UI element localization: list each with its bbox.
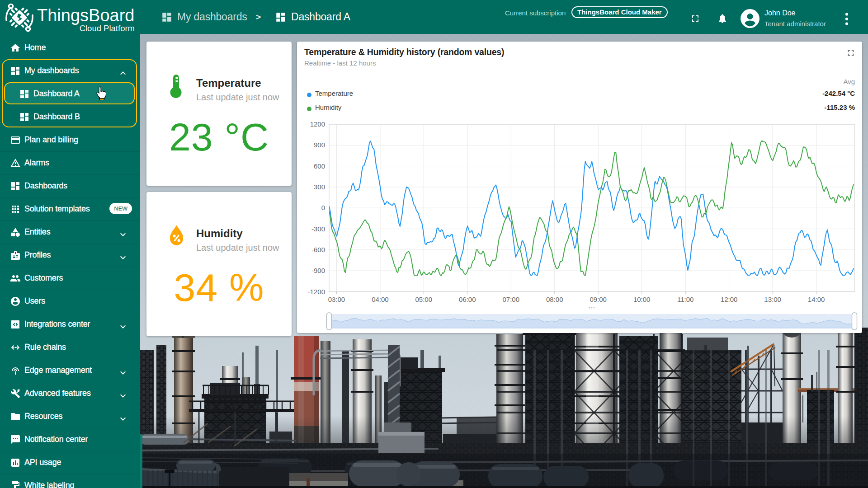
svg-text:14:00: 14:00: [808, 296, 825, 303]
svg-text:08:00: 08:00: [546, 296, 563, 303]
svg-text:05:00: 05:00: [415, 296, 433, 303]
svg-text:0: 0: [321, 204, 325, 211]
svg-text:-900: -900: [311, 267, 325, 274]
svg-text:1200: 1200: [310, 120, 325, 128]
svg-text:900: 900: [314, 141, 325, 149]
svg-text:-1200: -1200: [308, 288, 325, 296]
svg-text:04:00: 04:00: [372, 296, 389, 303]
svg-text:-300: -300: [311, 225, 325, 233]
svg-text:-600: -600: [311, 246, 325, 253]
svg-text:13:00: 13:00: [764, 296, 781, 303]
svg-text:07:00: 07:00: [503, 296, 520, 303]
svg-text:06:00: 06:00: [459, 296, 476, 303]
svg-text:300: 300: [314, 183, 325, 191]
svg-text:12:00: 12:00: [721, 296, 738, 303]
svg-text:600: 600: [314, 162, 325, 170]
svg-text:10:00: 10:00: [633, 296, 651, 303]
svg-text:09:00: 09:00: [590, 296, 607, 303]
svg-text:03:00: 03:00: [328, 296, 345, 303]
svg-text:11:00: 11:00: [677, 296, 693, 303]
